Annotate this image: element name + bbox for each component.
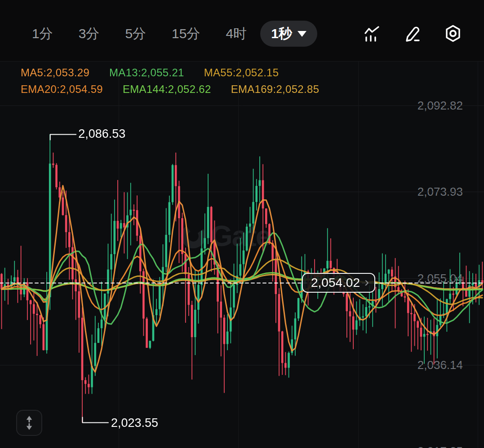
indicator-icon[interactable] — [363, 24, 382, 43]
edit-icon[interactable] — [403, 24, 422, 43]
tab-4hour[interactable]: 4时 — [226, 25, 247, 43]
tab-3min[interactable]: 3分 — [79, 25, 100, 43]
last-price-value: 2,054.02 — [311, 276, 360, 290]
interval-tabs: 1分 3分 5分 15分 4时 — [32, 25, 247, 43]
tab-1min[interactable]: 1分 — [32, 25, 53, 43]
tab-5min[interactable]: 5分 — [125, 25, 146, 43]
interval-selector-label: 1秒 — [271, 25, 292, 43]
toolbar-icons — [363, 24, 462, 43]
chart-toolbar: 1分 3分 5分 15分 4时 1秒 — [0, 0, 484, 61]
settings-icon[interactable] — [444, 24, 462, 43]
chart-area: Gate 2,092.82 2,073.93 2,055.04 2,036.14… — [0, 61, 484, 448]
chevron-right-icon: › — [364, 275, 369, 289]
tab-15min[interactable]: 15分 — [172, 25, 200, 43]
interval-selector-dropdown[interactable]: 1秒 — [260, 21, 317, 47]
price-scale-toggle-button[interactable] — [16, 410, 42, 436]
last-price-pill[interactable]: 2,054.02 › — [302, 273, 375, 293]
candlestick-chart-canvas[interactable] — [0, 61, 484, 448]
up-down-arrows-icon — [22, 415, 36, 430]
chevron-down-icon — [298, 31, 306, 37]
